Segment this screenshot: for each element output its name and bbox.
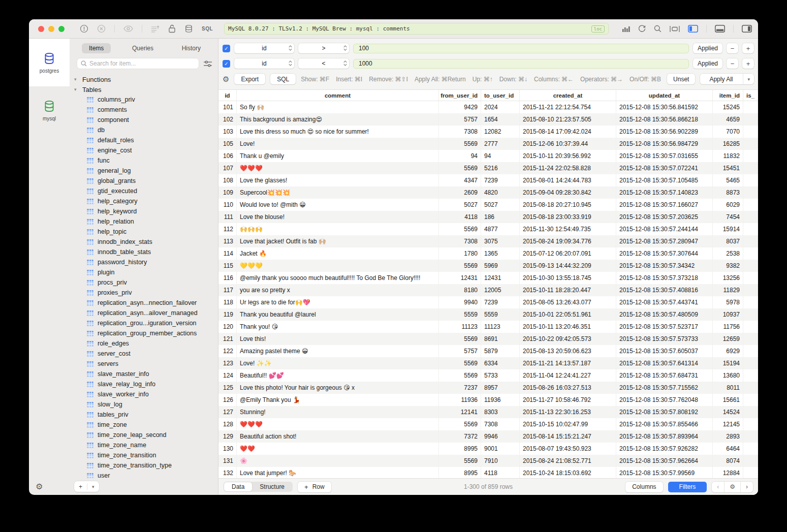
filter-applied-button[interactable]: Applied — [693, 43, 722, 53]
table-cell[interactable]: 125 — [218, 382, 237, 394]
sidebar-table-item[interactable]: slow_log — [74, 399, 218, 410]
table-cell[interactable]: ❤️❤️❤️ — [237, 162, 439, 174]
sql-button[interactable]: SQL — [270, 74, 296, 84]
table-cell[interactable]: 122 — [218, 345, 237, 357]
table-cell[interactable]: 113 — [218, 235, 237, 247]
table-cell[interactable]: 121 — [218, 333, 237, 345]
table-cell[interactable]: Thank u @emily — [237, 150, 439, 162]
log-list-icon[interactable] — [151, 25, 160, 33]
fit-width-icon[interactable] — [670, 25, 680, 33]
table-row[interactable]: 115💛💛💛556959692015-09-13 14:44:32.209201… — [218, 260, 758, 272]
table-cell[interactable]: 2777 — [481, 138, 520, 150]
table-cell[interactable] — [743, 333, 758, 345]
table-cell[interactable]: 2015-12-08 15:30:57.715562 — [616, 382, 713, 394]
table-cell[interactable]: 115 — [218, 260, 237, 272]
table-cell[interactable]: you are so pretty x — [237, 284, 439, 296]
toggle-right-panel-icon[interactable] — [742, 25, 752, 33]
table-cell[interactable]: 2015-12-08 15:30:57.855466 — [616, 418, 713, 430]
table-cell[interactable] — [743, 113, 758, 126]
table-cell[interactable]: 116 — [218, 272, 237, 284]
table-cell[interactable]: 12431 — [481, 272, 520, 284]
table-cell[interactable]: 2015-10-11 13:20:46.351 — [520, 321, 616, 333]
table-cell[interactable]: 2015-11-24 22:02:58.828 — [520, 162, 616, 174]
sidebar-tab-items[interactable]: Items — [82, 43, 111, 53]
table-cell[interactable]: 6334 — [481, 357, 520, 369]
table-cell[interactable]: 2015-12-08 15:30:57.99569 — [616, 467, 713, 478]
sidebar-table-item[interactable]: time_zone_transition_type — [74, 460, 218, 471]
table-cell[interactable]: 5569 — [439, 455, 481, 467]
sidebar-table-item[interactable]: global_grants — [74, 176, 218, 186]
sidebar-table-item[interactable]: general_log — [74, 166, 218, 176]
filter-enabled-checkbox[interactable]: ✓ — [223, 45, 230, 52]
table-cell[interactable]: 2015-12-08 15:30:57.523717 — [616, 321, 713, 333]
sidebar-table-item[interactable]: servers — [74, 359, 218, 369]
table-cell[interactable] — [743, 308, 758, 321]
table-cell[interactable]: 🌸 — [237, 455, 439, 467]
table-cell[interactable]: 2015-08-24 21:08:52.771 — [520, 455, 616, 467]
table-cell[interactable] — [743, 382, 758, 394]
table-cell[interactable]: 119 — [218, 308, 237, 321]
table-row[interactable]: 109Supercool💥💥💥260948202015-09-04 09:28:… — [218, 186, 758, 199]
table-row[interactable]: 124Beautiful!! 💕💕556957332015-11-04 12:2… — [218, 369, 758, 382]
search-input[interactable] — [89, 60, 195, 67]
table-cell[interactable]: 5465 — [713, 174, 743, 186]
table-cell[interactable]: 2015-09-04 09:28:30.842 — [520, 186, 616, 199]
table-cell[interactable]: 109 — [218, 186, 237, 199]
table-cell[interactable]: 2015-08-18 23:00:33.919 — [520, 211, 616, 223]
column-header-comment[interactable]: comment — [237, 90, 439, 101]
table-cell[interactable]: Love this dress so much 😍 so nice for su… — [237, 126, 439, 138]
table-cell[interactable]: 124 — [218, 369, 237, 382]
table-cell[interactable]: 2015-12-08 15:30:57.443741 — [616, 296, 713, 308]
table-cell[interactable]: 8180 — [439, 284, 481, 296]
table-cell[interactable]: 123 — [218, 357, 237, 369]
table-cell[interactable]: 11123 — [481, 321, 520, 333]
table-cell[interactable]: 6029 — [713, 199, 743, 211]
table-cell[interactable]: 2015-10-11 20:39:56.992 — [520, 150, 616, 162]
table-cell[interactable]: 2015-12-08 15:30:57.808192 — [616, 406, 713, 418]
apply-all-button[interactable]: Apply All ▾ — [700, 74, 754, 84]
table-cell[interactable]: 7070 — [713, 126, 743, 138]
sidebar-table-item[interactable]: columns_priv — [74, 95, 218, 105]
table-cell[interactable]: 103 — [218, 126, 237, 138]
table-cell[interactable]: 2015-08-26 16:03:27.513 — [520, 382, 616, 394]
table-cell[interactable]: 5569 — [439, 418, 481, 430]
table-cell[interactable]: 12431 — [439, 272, 481, 284]
chart-icon[interactable] — [622, 25, 630, 33]
table-cell[interactable]: 108 — [218, 174, 237, 186]
table-cell[interactable]: 112 — [218, 223, 237, 235]
sql-editor-icon[interactable]: SQL — [202, 26, 213, 32]
table-cell[interactable]: 129 — [218, 430, 237, 443]
sidebar-table-item[interactable]: procs_priv — [74, 277, 218, 288]
table-cell[interactable] — [743, 199, 758, 211]
table-cell[interactable]: 2015-08-18 20:27:10.945 — [520, 199, 616, 211]
table-cell[interactable]: Stunning! — [237, 406, 439, 418]
table-cell[interactable]: Jacket 🔥 — [237, 247, 439, 260]
table-cell[interactable] — [743, 345, 758, 357]
table-cell[interactable]: 131 — [218, 455, 237, 467]
column-header-id[interactable]: id — [218, 90, 237, 101]
table-cell[interactable]: 2015-11-04 12:24:41.227 — [520, 369, 616, 382]
table-cell[interactable]: Love that jacket! Outfit is fab 🙌🏼 — [237, 235, 439, 247]
data-tab[interactable]: Data — [224, 482, 252, 491]
sidebar-table-item[interactable]: innodb_index_stats — [74, 237, 218, 247]
table-row[interactable]: 102This background is amazing😍5757165420… — [218, 113, 758, 126]
sidebar-table-item[interactable]: innodb_table_stats — [74, 247, 218, 257]
connection-mysql[interactable]: mysql — [29, 86, 70, 134]
item-search-box[interactable] — [77, 58, 199, 69]
database-icon[interactable] — [184, 24, 193, 33]
table-cell[interactable]: 2015-11-13 22:30:16.253 — [520, 406, 616, 418]
connection-postgres[interactable]: postgres — [29, 39, 70, 86]
table-cell[interactable]: 💛💛💛 — [237, 260, 439, 272]
table-cell[interactable]: 2015-12-08 15:30:57.140823 — [616, 186, 713, 199]
sidebar-table-item[interactable]: time_zone_leap_second — [74, 430, 218, 440]
table-cell[interactable]: So fly 🙌🏼 — [237, 101, 439, 113]
table-cell[interactable]: 2015-12-08 15:30:56.984729 — [616, 138, 713, 150]
table-cell[interactable]: Supercool💥💥💥 — [237, 186, 439, 199]
table-cell[interactable]: @Emily Thank you 💃 — [237, 394, 439, 406]
table-cell[interactable]: 7308 — [439, 126, 481, 138]
rail-settings-gear-icon[interactable]: ⚙ — [36, 483, 43, 491]
table-cell[interactable]: 6464 — [713, 443, 743, 455]
table-cell[interactable]: 2015-08-13 20:59:06.623 — [520, 345, 616, 357]
table-cell[interactable]: 102 — [218, 113, 237, 126]
table-cell[interactable]: 7308 — [439, 235, 481, 247]
